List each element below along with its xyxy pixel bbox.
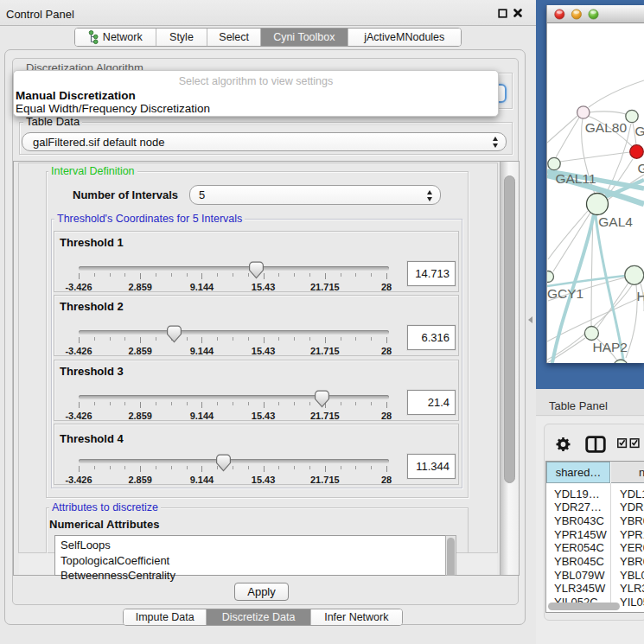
svg-text:GAL80: GAL80 <box>585 120 628 135</box>
svg-text:GCY1: GCY1 <box>547 286 583 301</box>
svg-text:HAP2: HAP2 <box>593 340 628 354</box>
svg-text:GAL11: GAL11 <box>555 171 596 186</box>
svg-text:GA: GA <box>638 161 644 175</box>
svg-text:GAL: GAL <box>635 124 644 138</box>
svg-text:HIS: HIS <box>637 289 644 303</box>
svg-text:GAL4: GAL4 <box>598 214 633 229</box>
